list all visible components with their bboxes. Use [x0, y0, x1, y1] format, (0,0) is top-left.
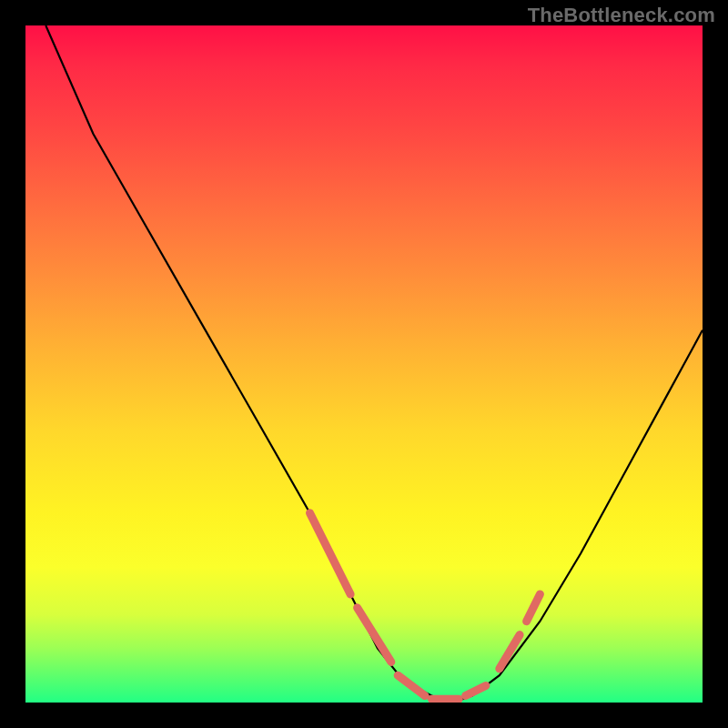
highlight-dash: [466, 685, 486, 695]
main-curve-path: [46, 25, 703, 703]
main-curve-group: [46, 25, 703, 703]
highlight-dash: [398, 675, 425, 695]
watermark-text: TheBottleneck.com: [528, 4, 715, 27]
highlight-dash: [358, 608, 391, 662]
plot-area: [25, 25, 703, 703]
highlight-dash: [310, 513, 351, 594]
highlight-dash: [527, 594, 541, 622]
chart-svg: [25, 25, 703, 703]
highlight-dashes-group: [310, 513, 541, 700]
chart-frame: TheBottleneck.com: [0, 0, 728, 728]
